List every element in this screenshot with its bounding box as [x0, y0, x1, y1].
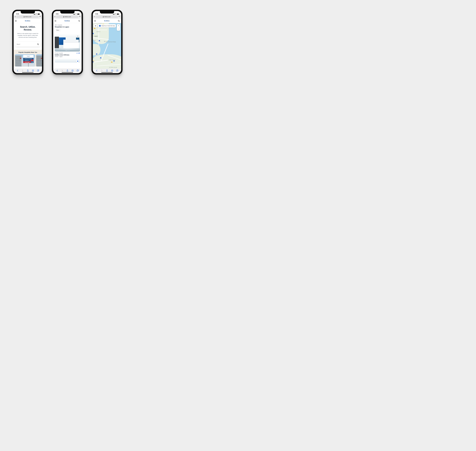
lock-icon — [24, 16, 25, 17]
svg-line-9 — [119, 21, 120, 22]
brand-logo[interactable]: hetrics — [25, 20, 30, 22]
text-size-button[interactable]: AA — [94, 16, 95, 18]
hospital-card[interactable]: Private Hospital ★ 4.89 Golden cross Inf… — [55, 34, 80, 57]
battery-icon — [77, 13, 80, 15]
cellular-icon — [73, 14, 75, 15]
back-button[interactable] — [16, 69, 19, 72]
forward-button[interactable] — [100, 69, 103, 72]
safari-address-bar: AA hetrics.com — [93, 15, 121, 19]
menu-button[interactable] — [94, 20, 96, 22]
url-field[interactable]: hetrics.com — [16, 15, 38, 18]
brand-logo[interactable]: hetrics — [65, 20, 70, 22]
hospital-image — [55, 34, 80, 51]
hero-title: Search. Utilize. Review. — [16, 25, 40, 31]
map-zoom-controls: + − — [117, 24, 120, 31]
url-field[interactable]: hetrics.com — [56, 15, 78, 18]
wifi-icon — [36, 14, 37, 15]
bookmarks-button[interactable] — [71, 69, 74, 72]
share-button[interactable] — [66, 69, 69, 72]
wifi-icon — [115, 14, 116, 15]
heart-icon — [77, 35, 78, 37]
cellular-icon — [34, 14, 35, 15]
menu-button[interactable] — [55, 20, 56, 22]
tabs-button[interactable] — [116, 69, 119, 72]
bridge-icon — [104, 41, 105, 42]
road-badge: A1 — [94, 28, 95, 29]
popular-section: Popular Hospitals Near You Alberta Healt… — [14, 50, 42, 67]
map-search-toggle[interactable]: ✓ Search as I move the map — [98, 24, 116, 27]
tabs-button[interactable] — [76, 69, 79, 72]
search-input[interactable] — [17, 44, 37, 45]
popular-heading: Popular Hospitals Near You — [14, 51, 42, 53]
map-pin[interactable] — [113, 60, 115, 62]
url-text: hetrics.com — [25, 16, 31, 18]
hospital-location: Festac, Lagos. — [55, 56, 80, 57]
zoom-out-button[interactable]: − — [117, 27, 120, 31]
lock-icon — [63, 16, 64, 17]
map-label: KOSOFE — [98, 23, 102, 24]
map-label: SOMOLU — [96, 31, 100, 32]
bookmarks-button[interactable] — [111, 69, 113, 72]
popular-card[interactable] — [36, 54, 42, 67]
carousel-dots[interactable] — [65, 50, 70, 51]
results-title: Hospitals in Lagos — [55, 26, 80, 28]
back-button[interactable] — [95, 69, 98, 72]
search-button[interactable] — [78, 20, 80, 22]
refresh-button[interactable] — [118, 16, 120, 18]
refresh-button[interactable] — [39, 16, 41, 18]
share-button[interactable] — [106, 69, 108, 72]
map-label: APA — [93, 57, 94, 58]
home-indicator — [22, 72, 33, 73]
map-label: YABA — [93, 40, 96, 41]
svg-rect-7 — [77, 70, 78, 71]
app-header: hetrics — [93, 19, 121, 23]
safari-address-bar: AA hetrics.com — [53, 15, 82, 19]
search-button[interactable] — [118, 20, 120, 22]
url-text: hetrics.com — [104, 16, 111, 18]
svg-rect-11 — [117, 70, 118, 71]
map-pin[interactable] — [96, 53, 98, 55]
results-count: 500+ hospitals — [55, 24, 80, 26]
heart-icon — [77, 60, 78, 62]
hospital-name: Golden cross Infirmary — [55, 54, 80, 56]
status-time: 9:41 — [95, 13, 98, 15]
menu-button[interactable] — [15, 20, 17, 22]
tabs-button[interactable] — [37, 69, 39, 72]
safari-address-bar: AA hetrics.com — [14, 15, 42, 19]
zoom-in-button[interactable]: + — [117, 24, 120, 27]
forward-button[interactable] — [61, 69, 64, 72]
search-bar[interactable] — [15, 42, 40, 46]
svg-point-0 — [37, 44, 38, 45]
brand-logo[interactable]: hetrics — [104, 20, 110, 22]
share-button[interactable] — [26, 69, 29, 72]
refresh-button[interactable] — [79, 16, 81, 18]
map-pin[interactable] — [99, 40, 100, 42]
text-size-button[interactable]: AA — [15, 16, 16, 18]
device-notch — [21, 11, 35, 13]
favorite-button[interactable] — [76, 35, 79, 38]
map-canvas[interactable]: KOSOFE Oworonshoki SOMOLU Lagos YABA Thi… — [93, 23, 121, 69]
battery-icon — [117, 13, 119, 15]
screen2-content: 500+ hospitals Hospitals in Lagos Filter… — [53, 23, 82, 69]
forward-button[interactable] — [21, 69, 24, 72]
url-field[interactable]: hetrics.com — [96, 15, 118, 18]
screen3-content: KOSOFE Oworonshoki SOMOLU Lagos YABA Thi… — [93, 23, 121, 69]
status-time: 9:41 — [16, 13, 19, 15]
map-pin[interactable] — [100, 57, 102, 59]
hospital-card[interactable] — [55, 59, 80, 63]
url-text: hetrics.com — [65, 16, 71, 18]
bookmarks-button[interactable] — [32, 69, 34, 72]
screen1-content: Search. Utilize. Review. Hetrics is the … — [14, 23, 42, 69]
map-close-button[interactable] — [94, 24, 97, 27]
phone-mockup-2: 9:41 AA hetrics.com hetrics — [52, 10, 83, 75]
favorite-button[interactable] — [76, 60, 79, 63]
road-badge: E1 — [111, 62, 112, 63]
popular-card[interactable]: Alberta HealthServices CHINOOK REGIONAL … — [15, 54, 35, 67]
app-header: hetrics — [14, 19, 42, 23]
device-notch — [100, 11, 114, 13]
filters-button[interactable]: Filters — [55, 29, 61, 31]
home-indicator — [101, 72, 113, 73]
text-size-button[interactable]: AA — [54, 16, 56, 18]
phone-mockup-1: 9:41 AA hetrics.com hetrics — [12, 10, 43, 75]
back-button[interactable] — [56, 69, 58, 72]
